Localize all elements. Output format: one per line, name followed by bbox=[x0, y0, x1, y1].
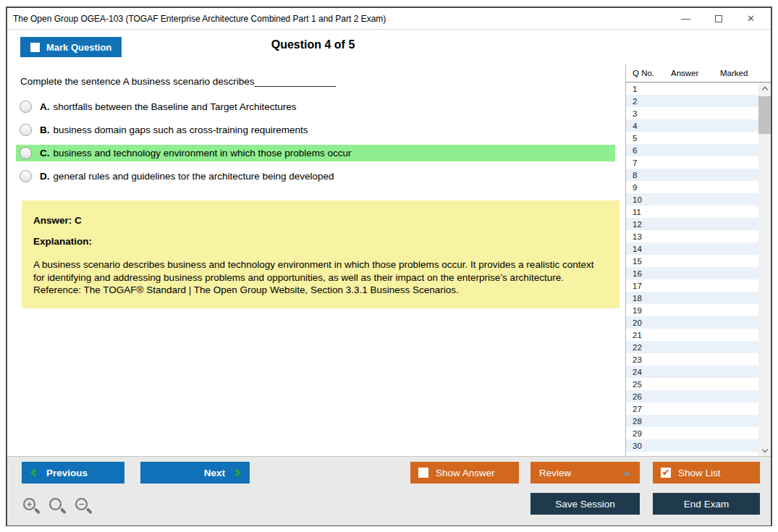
row-qno: 18 bbox=[626, 294, 671, 303]
table-row[interactable]: 23 bbox=[626, 353, 758, 366]
row-qno: 30 bbox=[626, 442, 671, 450]
table-row[interactable]: 5 bbox=[626, 132, 758, 144]
scrollbar-thumb[interactable] bbox=[758, 96, 771, 134]
options-list: A. shortfalls between the Baseline and T… bbox=[7, 98, 625, 185]
option-d-radio[interactable] bbox=[20, 170, 32, 182]
table-row[interactable]: 30 bbox=[626, 439, 758, 452]
col-marked: Marked bbox=[720, 69, 771, 77]
table-row[interactable]: 13 bbox=[626, 230, 758, 242]
row-qno: 14 bbox=[626, 245, 671, 253]
option-d-text: general rules and guidelines tor the arc… bbox=[54, 171, 334, 182]
question-counter: Question 4 of 5 bbox=[7, 38, 619, 51]
table-row[interactable]: 10 bbox=[626, 193, 758, 206]
row-qno: 20 bbox=[626, 318, 671, 327]
table-row[interactable]: 27 bbox=[626, 402, 758, 415]
show-list-label: Show List bbox=[678, 468, 721, 478]
triangle-up-icon bbox=[622, 470, 631, 476]
table-row[interactable]: 20 bbox=[626, 316, 758, 329]
next-button[interactable]: Next bbox=[140, 462, 250, 484]
table-row[interactable]: 28 bbox=[626, 415, 758, 427]
table-row[interactable]: 7 bbox=[626, 156, 758, 169]
table-row[interactable]: 3 bbox=[626, 107, 758, 119]
close-icon[interactable]: ✕ bbox=[747, 14, 755, 23]
table-row[interactable]: 25 bbox=[626, 378, 758, 390]
zoom-toolbar: + − bbox=[23, 498, 95, 518]
show-answer-checkbox[interactable] bbox=[418, 468, 428, 478]
col-answer: Answer bbox=[671, 69, 720, 77]
zoom-reset-icon[interactable] bbox=[49, 498, 69, 518]
question-list-header: Q No. Answer Marked bbox=[626, 64, 771, 83]
table-row[interactable]: 26 bbox=[626, 390, 758, 402]
option-d[interactable]: D. general rules and guidelines tor the … bbox=[16, 168, 615, 185]
col-qno: Q No. bbox=[626, 69, 671, 77]
window-controls: — ✕ bbox=[681, 14, 771, 23]
table-row[interactable]: 11 bbox=[626, 206, 758, 218]
table-row[interactable]: 21 bbox=[626, 329, 758, 341]
table-row[interactable]: 16 bbox=[626, 267, 758, 279]
option-b-text: business domain gaps such as cross-train… bbox=[54, 124, 308, 135]
check-icon: ✔ bbox=[662, 468, 669, 477]
end-exam-label: End Exam bbox=[684, 499, 729, 510]
table-row[interactable]: 4 bbox=[626, 119, 758, 132]
show-list-checkbox[interactable]: ✔ bbox=[661, 468, 671, 478]
table-row[interactable]: 1 bbox=[626, 83, 758, 95]
app-window: The Open Group OGEA-103 (TOGAF Enterpris… bbox=[6, 7, 772, 526]
option-a-radio[interactable] bbox=[20, 101, 32, 113]
table-row[interactable]: 14 bbox=[626, 242, 758, 255]
option-b-letter: B. bbox=[40, 124, 50, 135]
option-d-letter: D. bbox=[40, 171, 50, 182]
answer-label: Answer: C bbox=[33, 215, 608, 226]
option-c[interactable]: C. business and technology environment i… bbox=[16, 145, 615, 161]
question-text: Complete the sentence A business scenari… bbox=[20, 76, 625, 87]
table-row[interactable]: 2 bbox=[626, 95, 758, 107]
table-row[interactable]: 6 bbox=[626, 144, 758, 156]
row-qno: 19 bbox=[626, 306, 671, 315]
table-row[interactable]: 8 bbox=[626, 169, 758, 181]
option-a[interactable]: A. shortfalls between the Baseline and T… bbox=[16, 98, 615, 115]
option-b-radio[interactable] bbox=[20, 124, 32, 136]
review-label: Review bbox=[539, 468, 571, 478]
table-row[interactable]: 29 bbox=[626, 427, 758, 439]
table-row[interactable]: 19 bbox=[626, 304, 758, 316]
footer-toolbar: Previous Next Show Answer Review ✔ Show … bbox=[7, 456, 771, 525]
table-row[interactable]: 18 bbox=[626, 292, 758, 304]
question-list-panel: Q No. Answer Marked 1 2 3 4 5 6 7 8 bbox=[625, 64, 771, 456]
maximize-icon[interactable] bbox=[715, 15, 722, 22]
end-exam-button[interactable]: End Exam bbox=[653, 493, 760, 515]
previous-button[interactable]: Previous bbox=[22, 462, 124, 484]
table-row[interactable]: 17 bbox=[626, 279, 758, 292]
scroll-up-icon[interactable] bbox=[758, 83, 771, 94]
show-list-button[interactable]: ✔ Show List bbox=[653, 462, 760, 484]
table-row[interactable]: 15 bbox=[626, 255, 758, 267]
table-row[interactable]: 22 bbox=[626, 341, 758, 353]
review-button[interactable]: Review bbox=[530, 462, 640, 484]
question-list-body: 1 2 3 4 5 6 7 8 9 10 11 bbox=[626, 83, 771, 456]
row-qno: 13 bbox=[626, 232, 671, 241]
table-row[interactable]: 9 bbox=[626, 181, 758, 193]
zoom-in-icon[interactable]: + bbox=[23, 498, 43, 518]
explanation-text: A business scenario describes business a… bbox=[33, 258, 606, 297]
list-scrollbar[interactable] bbox=[758, 83, 771, 456]
row-qno: 9 bbox=[626, 183, 671, 192]
row-qno: 21 bbox=[626, 331, 671, 339]
question-rows: 1 2 3 4 5 6 7 8 9 10 11 bbox=[626, 83, 758, 452]
show-answer-label: Show Answer bbox=[436, 468, 495, 478]
zoom-out-icon[interactable]: − bbox=[75, 498, 95, 518]
row-qno: 6 bbox=[626, 146, 671, 155]
row-qno: 12 bbox=[626, 220, 671, 229]
option-c-letter: C. bbox=[40, 148, 50, 159]
save-session-button[interactable]: Save Session bbox=[530, 493, 640, 515]
row-qno: 26 bbox=[626, 392, 671, 401]
table-row[interactable]: 24 bbox=[626, 366, 758, 378]
row-qno: 5 bbox=[626, 134, 671, 143]
table-row[interactable]: 12 bbox=[626, 218, 758, 230]
row-qno: 23 bbox=[626, 355, 671, 364]
show-answer-button[interactable]: Show Answer bbox=[410, 462, 519, 484]
option-c-radio[interactable] bbox=[20, 147, 32, 159]
minimize-icon[interactable]: — bbox=[681, 14, 690, 23]
row-qno: 10 bbox=[626, 195, 671, 204]
scroll-down-icon[interactable] bbox=[758, 444, 771, 456]
row-qno: 4 bbox=[626, 122, 671, 130]
explanation-label: Explanation: bbox=[33, 236, 608, 247]
option-b[interactable]: B. business domain gaps such as cross-tr… bbox=[16, 122, 615, 138]
